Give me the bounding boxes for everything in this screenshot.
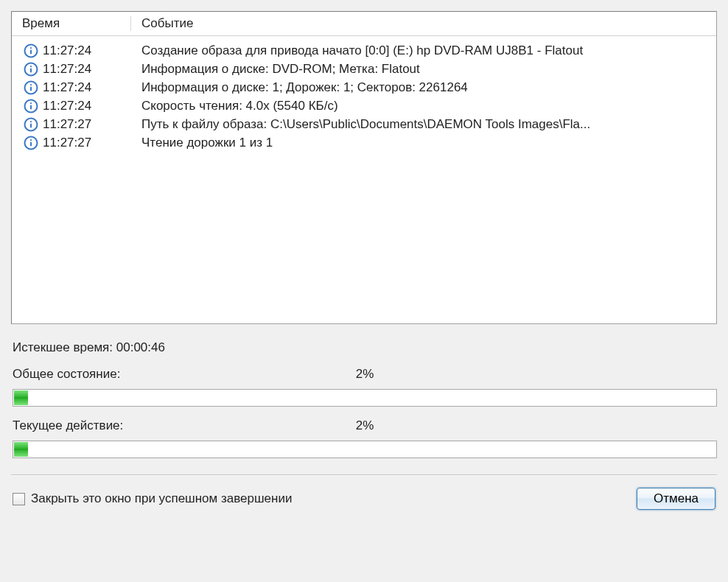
svg-rect-2 (30, 50, 32, 55)
cancel-button[interactable]: Отмена (637, 488, 715, 510)
info-icon (24, 117, 38, 132)
info-icon (24, 136, 38, 150)
log-event: Создание образа для привода начато [0:0]… (131, 43, 716, 58)
close-on-success-label: Закрыть это окно при успешном завершении (31, 491, 292, 506)
log-time: 11:27:24 (43, 99, 91, 113)
log-row[interactable]: 11:27:27Путь к файлу образа: C:\Users\Pu… (12, 116, 716, 134)
current-progress-bar (13, 441, 717, 458)
current-progress-percent: 2% (356, 418, 374, 433)
svg-rect-13 (30, 121, 32, 122)
overall-progress-label: Общее состояние: (13, 367, 120, 381)
log-time-cell: 11:27:27 (12, 136, 131, 150)
close-on-success-option[interactable]: Закрыть это окно при успешном завершении (13, 491, 292, 506)
elapsed-time: Истекшее время: 00:00:46 (11, 340, 717, 355)
log-row[interactable]: 11:27:24Информация о диске: 1; Дорожек: … (12, 79, 716, 97)
svg-rect-5 (30, 69, 32, 73)
log-time-cell: 11:27:24 (12, 80, 131, 95)
log-time: 11:27:24 (43, 62, 91, 77)
svg-rect-14 (30, 124, 32, 128)
elapsed-value: 00:00:46 (116, 340, 165, 354)
overall-progress-fill (14, 390, 28, 405)
svg-rect-8 (30, 87, 32, 91)
separator (11, 474, 717, 476)
overall-progress-percent: 2% (356, 367, 374, 382)
svg-rect-17 (30, 142, 32, 147)
log-event: Информация о диске: DVD-ROM; Метка: Flat… (131, 62, 716, 77)
bottom-row: Закрыть это окно при успешном завершении… (11, 488, 717, 510)
overall-progress-bar (13, 389, 717, 407)
svg-rect-11 (30, 105, 32, 110)
log-time: 11:27:24 (43, 43, 91, 58)
log-time-cell: 11:27:24 (12, 99, 131, 113)
log-rows: 11:27:24Создание образа для привода нача… (12, 36, 716, 152)
log-time-cell: 11:27:24 (12, 62, 131, 77)
svg-rect-4 (30, 66, 32, 67)
log-time-cell: 11:27:24 (12, 43, 131, 58)
current-progress-label: Текущее действие: (13, 418, 123, 432)
log-time: 11:27:24 (43, 80, 91, 95)
column-header-time[interactable]: Время (12, 16, 131, 31)
log-time-cell: 11:27:27 (12, 117, 131, 132)
log-row[interactable]: 11:27:24Информация о диске: DVD-ROM; Мет… (12, 60, 716, 79)
progress-dialog: Время Событие 11:27:24Создание образа дл… (0, 0, 728, 582)
elapsed-label: Истекшее время: (13, 340, 113, 354)
log-time: 11:27:27 (43, 136, 91, 150)
svg-rect-16 (30, 139, 32, 141)
log-event: Скорость чтения: 4.0x (5540 КБ/с) (131, 99, 716, 113)
log-event: Информация о диске: 1; Дорожек: 1; Секто… (131, 80, 716, 95)
info-icon (24, 43, 38, 58)
log-event: Чтение дорожки 1 из 1 (131, 136, 716, 150)
log-panel: Время Событие 11:27:24Создание образа дл… (11, 11, 717, 324)
column-header-event[interactable]: Событие (131, 16, 716, 31)
info-icon (24, 99, 38, 113)
svg-rect-7 (30, 84, 32, 85)
info-icon (24, 62, 38, 77)
log-row[interactable]: 11:27:24Создание образа для привода нача… (12, 42, 716, 60)
log-event: Путь к файлу образа: C:\Users\Public\Doc… (131, 117, 716, 132)
current-progress-fill (14, 442, 28, 457)
log-row[interactable]: 11:27:27Чтение дорожки 1 из 1 (12, 134, 716, 152)
info-icon (24, 80, 38, 95)
log-header: Время Событие (12, 12, 716, 36)
overall-progress-block: Общее состояние: 2% (11, 367, 717, 407)
log-time: 11:27:27 (43, 117, 91, 132)
log-row[interactable]: 11:27:24Скорость чтения: 4.0x (5540 КБ/с… (12, 97, 716, 116)
current-progress-block: Текущее действие: 2% (11, 418, 717, 458)
svg-rect-10 (30, 102, 32, 104)
close-on-success-checkbox[interactable] (13, 493, 25, 505)
svg-rect-1 (30, 47, 32, 49)
